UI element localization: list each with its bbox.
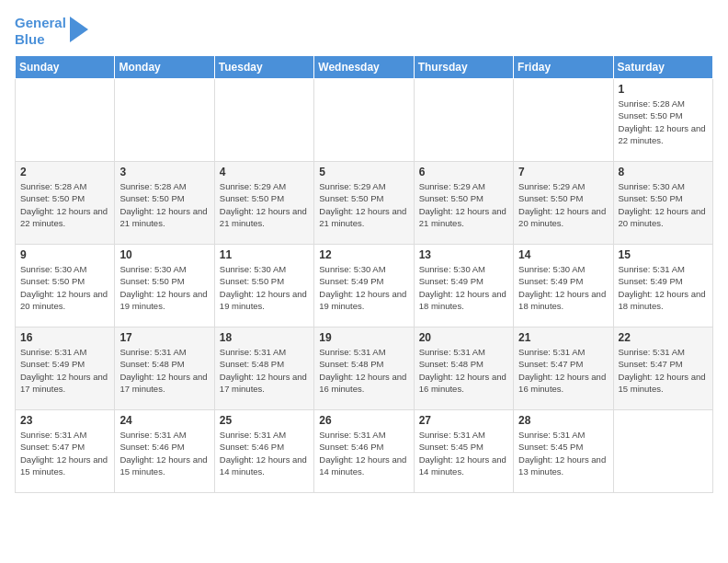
- header-tuesday: Tuesday: [214, 56, 313, 79]
- day-number: 3: [119, 166, 209, 178]
- day-number: 4: [220, 166, 309, 178]
- calendar-week-1: 1Sunrise: 5:28 AM Sunset: 5:50 PM Daylig…: [16, 79, 713, 162]
- calendar-week-2: 2Sunrise: 5:28 AM Sunset: 5:50 PM Daylig…: [16, 162, 713, 245]
- day-info: Sunrise: 5:30 AM Sunset: 5:49 PM Dayligh…: [419, 263, 508, 312]
- calendar-week-4: 16Sunrise: 5:31 AM Sunset: 5:49 PM Dayli…: [16, 327, 713, 410]
- calendar-header-row: SundayMondayTuesdayWednesdayThursdayFrid…: [16, 56, 713, 79]
- calendar-cell: 14Sunrise: 5:30 AM Sunset: 5:49 PM Dayli…: [514, 245, 613, 327]
- day-number: 9: [20, 248, 109, 261]
- calendar-cell: 21Sunrise: 5:31 AM Sunset: 5:47 PM Dayli…: [514, 327, 613, 410]
- calendar-cell: 17Sunrise: 5:31 AM Sunset: 5:48 PM Dayli…: [115, 327, 214, 410]
- day-number: 11: [220, 248, 309, 261]
- calendar-cell: 18Sunrise: 5:31 AM Sunset: 5:48 PM Dayli…: [214, 327, 313, 410]
- day-info: Sunrise: 5:31 AM Sunset: 5:46 PM Dayligh…: [220, 429, 309, 477]
- calendar-cell: 5Sunrise: 5:29 AM Sunset: 5:50 PM Daylig…: [314, 162, 414, 245]
- day-info: Sunrise: 5:31 AM Sunset: 5:47 PM Dayligh…: [619, 346, 708, 395]
- calendar-cell: 24Sunrise: 5:31 AM Sunset: 5:46 PM Dayli…: [115, 410, 214, 493]
- calendar-cell: 8Sunrise: 5:30 AM Sunset: 5:50 PM Daylig…: [613, 162, 712, 245]
- calendar-week-3: 9Sunrise: 5:30 AM Sunset: 5:50 PM Daylig…: [16, 245, 713, 327]
- day-number: 5: [319, 166, 408, 178]
- header-sunday: Sunday: [16, 56, 115, 79]
- calendar-cell: 11Sunrise: 5:30 AM Sunset: 5:50 PM Dayli…: [214, 245, 313, 327]
- day-info: Sunrise: 5:31 AM Sunset: 5:48 PM Dayligh…: [319, 346, 408, 395]
- header-friday: Friday: [514, 56, 613, 79]
- calendar-cell: [314, 79, 414, 162]
- calendar-cell: [16, 79, 115, 162]
- day-info: Sunrise: 5:31 AM Sunset: 5:48 PM Dayligh…: [220, 346, 309, 395]
- calendar-cell: 28Sunrise: 5:31 AM Sunset: 5:45 PM Dayli…: [514, 410, 613, 493]
- day-number: 18: [220, 331, 309, 344]
- header-wednesday: Wednesday: [314, 56, 414, 79]
- calendar-cell: 19Sunrise: 5:31 AM Sunset: 5:48 PM Dayli…: [314, 327, 414, 410]
- calendar-cell: 2Sunrise: 5:28 AM Sunset: 5:50 PM Daylig…: [16, 162, 115, 245]
- day-number: 22: [619, 331, 708, 344]
- day-info: Sunrise: 5:31 AM Sunset: 5:47 PM Dayligh…: [518, 346, 608, 395]
- calendar-cell: 27Sunrise: 5:31 AM Sunset: 5:45 PM Dayli…: [414, 410, 513, 493]
- day-number: 7: [518, 166, 608, 178]
- day-info: Sunrise: 5:30 AM Sunset: 5:50 PM Dayligh…: [220, 263, 309, 312]
- day-info: Sunrise: 5:31 AM Sunset: 5:45 PM Dayligh…: [518, 429, 608, 477]
- day-info: Sunrise: 5:30 AM Sunset: 5:50 PM Dayligh…: [20, 263, 109, 312]
- day-number: 24: [119, 414, 209, 427]
- day-number: 15: [619, 248, 708, 261]
- day-number: 13: [419, 248, 508, 261]
- calendar-cell: 20Sunrise: 5:31 AM Sunset: 5:48 PM Dayli…: [414, 327, 513, 410]
- day-number: 10: [119, 248, 209, 261]
- day-info: Sunrise: 5:31 AM Sunset: 5:46 PM Dayligh…: [319, 429, 408, 477]
- calendar-cell: 15Sunrise: 5:31 AM Sunset: 5:49 PM Dayli…: [613, 245, 712, 327]
- header-thursday: Thursday: [414, 56, 513, 79]
- day-number: 23: [20, 414, 109, 427]
- day-number: 17: [119, 331, 209, 344]
- calendar-cell: [115, 79, 214, 162]
- day-info: Sunrise: 5:31 AM Sunset: 5:48 PM Dayligh…: [119, 346, 209, 395]
- day-number: 6: [419, 166, 508, 178]
- calendar-cell: 23Sunrise: 5:31 AM Sunset: 5:47 PM Dayli…: [16, 410, 115, 493]
- day-info: Sunrise: 5:29 AM Sunset: 5:50 PM Dayligh…: [319, 180, 408, 229]
- day-info: Sunrise: 5:30 AM Sunset: 5:49 PM Dayligh…: [319, 263, 408, 312]
- logo-text-line1: General: [15, 15, 66, 31]
- day-number: 2: [20, 166, 109, 178]
- day-number: 26: [319, 414, 408, 427]
- logo: General Blue: [15, 15, 88, 48]
- calendar-cell: [613, 410, 712, 493]
- day-number: 27: [419, 414, 508, 427]
- calendar-cell: 3Sunrise: 5:28 AM Sunset: 5:50 PM Daylig…: [115, 162, 214, 245]
- calendar-cell: 4Sunrise: 5:29 AM Sunset: 5:50 PM Daylig…: [214, 162, 313, 245]
- day-info: Sunrise: 5:31 AM Sunset: 5:48 PM Dayligh…: [419, 346, 508, 395]
- day-info: Sunrise: 5:30 AM Sunset: 5:50 PM Dayligh…: [619, 180, 708, 229]
- day-info: Sunrise: 5:30 AM Sunset: 5:50 PM Dayligh…: [119, 263, 209, 312]
- day-info: Sunrise: 5:31 AM Sunset: 5:46 PM Dayligh…: [119, 429, 209, 477]
- calendar-cell: 10Sunrise: 5:30 AM Sunset: 5:50 PM Dayli…: [115, 245, 214, 327]
- day-info: Sunrise: 5:31 AM Sunset: 5:49 PM Dayligh…: [619, 263, 708, 312]
- day-number: 16: [20, 331, 109, 344]
- calendar-cell: 1Sunrise: 5:28 AM Sunset: 5:50 PM Daylig…: [613, 79, 712, 162]
- calendar-cell: 12Sunrise: 5:30 AM Sunset: 5:49 PM Dayli…: [314, 245, 414, 327]
- day-info: Sunrise: 5:30 AM Sunset: 5:49 PM Dayligh…: [518, 263, 608, 312]
- day-info: Sunrise: 5:29 AM Sunset: 5:50 PM Dayligh…: [419, 180, 508, 229]
- calendar-cell: 6Sunrise: 5:29 AM Sunset: 5:50 PM Daylig…: [414, 162, 513, 245]
- day-number: 8: [619, 166, 708, 178]
- calendar-cell: 16Sunrise: 5:31 AM Sunset: 5:49 PM Dayli…: [16, 327, 115, 410]
- calendar-cell: [414, 79, 513, 162]
- day-number: 25: [220, 414, 309, 427]
- day-number: 1: [619, 83, 708, 96]
- day-number: 28: [518, 414, 608, 427]
- calendar-cell: 25Sunrise: 5:31 AM Sunset: 5:46 PM Dayli…: [214, 410, 313, 493]
- day-number: 21: [518, 331, 608, 344]
- calendar-week-5: 23Sunrise: 5:31 AM Sunset: 5:47 PM Dayli…: [16, 410, 713, 493]
- calendar-cell: 22Sunrise: 5:31 AM Sunset: 5:47 PM Dayli…: [613, 327, 712, 410]
- day-info: Sunrise: 5:28 AM Sunset: 5:50 PM Dayligh…: [119, 180, 209, 229]
- calendar-cell: 9Sunrise: 5:30 AM Sunset: 5:50 PM Daylig…: [16, 245, 115, 327]
- day-info: Sunrise: 5:31 AM Sunset: 5:45 PM Dayligh…: [419, 429, 508, 477]
- calendar-cell: 13Sunrise: 5:30 AM Sunset: 5:49 PM Dayli…: [414, 245, 513, 327]
- day-info: Sunrise: 5:31 AM Sunset: 5:47 PM Dayligh…: [20, 429, 109, 477]
- header-saturday: Saturday: [613, 56, 712, 79]
- day-info: Sunrise: 5:29 AM Sunset: 5:50 PM Dayligh…: [518, 180, 608, 229]
- calendar-cell: [514, 79, 613, 162]
- calendar-cell: [214, 79, 313, 162]
- logo-text-line2: Blue: [15, 31, 66, 48]
- calendar-cell: 26Sunrise: 5:31 AM Sunset: 5:46 PM Dayli…: [314, 410, 414, 493]
- day-info: Sunrise: 5:29 AM Sunset: 5:50 PM Dayligh…: [220, 180, 309, 229]
- calendar-table: SundayMondayTuesdayWednesdayThursdayFrid…: [15, 55, 713, 493]
- header-monday: Monday: [115, 56, 214, 79]
